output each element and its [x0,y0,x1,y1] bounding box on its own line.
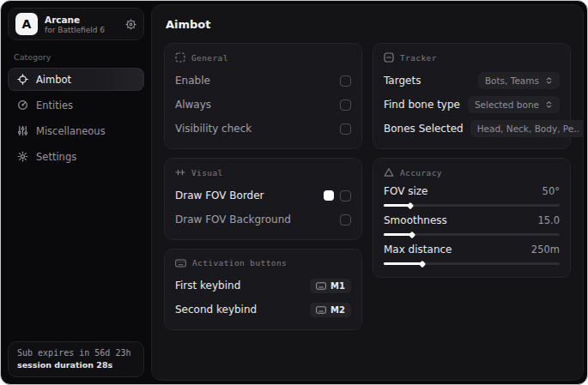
slider-fill [384,262,422,265]
app-header: A Arcane for Battlefield 6 [8,8,144,40]
slider-value: 250m [531,244,560,256]
accuracy-card: Accuracy FOV size 50° Smoothness [373,158,571,278]
sub-expires-text: Sub expires in 56d 23h [17,348,135,358]
dashed-square-icon [175,52,185,63]
category-label: Category [14,52,139,62]
activation-buttons-card: Activation buttons First keybind M1 [164,249,362,330]
card-title: Visual [191,168,223,177]
sidebar: A Arcane for Battlefield 6 Category [1,1,151,384]
setting-label: Draw FOV Border [175,189,264,202]
setting-row-max-distance: Max distance 250m [384,244,560,265]
app-window: A Arcane for Battlefield 6 Category [0,0,588,385]
sidebar-item-label: Entities [36,99,73,111]
setting-row-fov-size: FOV size 50° [384,185,560,207]
setting-row-draw-fov-border: Draw FOV Border [175,185,351,206]
setting-row-draw-fov-background: Draw FOV Background [175,209,351,230]
keyboard-icon [316,306,326,314]
slider-value: 50° [543,185,560,197]
dropdown-value: Head, Neck, Body, Pe.. [477,123,579,134]
sidebar-item-miscellaneous[interactable]: Miscellaneous [8,119,144,142]
main-panel: Aimbot General Enable [151,4,584,381]
smoothness-slider[interactable] [384,233,560,236]
first-keybind-button[interactable]: M1 [310,279,351,293]
general-card: General Enable Always Visibility check [164,43,362,149]
session-duration-text: session duration 28s [17,360,135,370]
minus-square-icon [384,52,394,63]
card-title: Activation buttons [192,258,287,268]
dropdown-value: Selected bone [475,99,539,110]
visual-card-header: Visual [175,167,351,177]
setting-label: FOV size [384,185,427,197]
gear-icon[interactable] [125,19,136,30]
accuracy-card-header: Accuracy [384,167,560,177]
keyboard-icon [316,282,326,290]
adjust-sliders-icon [175,167,185,177]
find-bone-type-dropdown[interactable]: Selected bone [468,96,560,113]
sliders-vertical-icon [17,125,28,136]
keyboard-icon [175,259,186,268]
app-subtitle: for Battlefield 6 [45,26,118,34]
setting-row-targets: Targets Bots, Teams [384,70,560,91]
draw-fov-background-checkbox[interactable] [340,214,351,226]
card-title: General [191,53,228,63]
setting-label: Max distance [384,244,452,256]
setting-row-second-keybind: Second keybind M2 [175,299,351,320]
second-keybind-button[interactable]: M2 [310,303,351,317]
slider-fill [384,204,410,207]
setting-label: Targets [384,75,421,87]
setting-label: Enable [175,75,210,87]
setting-label: Visibility check [175,123,252,135]
sidebar-item-aimbot[interactable]: Aimbot [8,68,144,91]
visibility-check-checkbox[interactable] [340,123,351,135]
setting-label: Smoothness [384,214,447,226]
sidebar-item-entities[interactable]: Entities [8,93,144,117]
app-name: Arcane [45,15,118,25]
card-title: Tracker [400,53,437,63]
setting-label: First keybind [175,280,240,292]
page-title: Aimbot [166,18,571,31]
chevrons-up-down-icon [545,100,553,109]
setting-row-always: Always [175,94,351,115]
right-column: Tracker Targets Bots, Teams [373,43,571,278]
card-title: Accuracy [400,168,442,177]
app-logo: A [15,13,38,35]
radar-icon [17,99,28,111]
sidebar-nav: Aimbot Entities [8,68,144,168]
enable-checkbox[interactable] [340,75,351,87]
always-checkbox[interactable] [340,99,351,111]
sidebar-item-label: Settings [36,151,76,163]
setting-row-enable: Enable [175,70,351,91]
keybind-value: M2 [330,305,345,315]
setting-label: Always [175,99,211,111]
app-meta: Arcane for Battlefield 6 [45,15,118,34]
gear-icon [17,151,28,162]
bones-selected-dropdown[interactable]: Head, Neck, Body, Pe.. [470,120,584,137]
setting-row-first-keybind: First keybind M1 [175,275,351,296]
keybind-value: M1 [330,281,345,291]
setting-row-find-bone-type: Find bone type Selected bone [384,94,560,115]
setting-label: Bones Selected [384,123,464,135]
draw-fov-border-checkbox[interactable] [340,190,351,202]
targets-dropdown[interactable]: Bots, Teams [478,72,560,89]
setting-row-visibility-check: Visibility check [175,118,351,139]
setting-label: Draw FOV Background [175,214,291,226]
subscription-info: Sub expires in 56d 23h session duration … [8,341,144,377]
max-distance-slider[interactable] [384,262,560,265]
setting-label: Second keybind [175,304,257,316]
slider-value: 15.0 [537,214,560,226]
tracker-card: Tracker Targets Bots, Teams [373,43,571,149]
visual-card: Visual Draw FOV Border Draw FOV Backgrou… [164,158,362,240]
setting-row-smoothness: Smoothness 15.0 [384,214,560,236]
crosshair-icon [17,74,28,85]
sidebar-item-settings[interactable]: Settings [8,145,144,168]
tracker-card-header: Tracker [384,52,560,63]
dropdown-value: Bots, Teams [485,75,539,86]
sidebar-item-label: Aimbot [36,74,71,86]
fov-border-color-swatch[interactable] [324,190,334,201]
setting-row-bones-selected: Bones Selected Head, Neck, Body, Pe.. [384,118,560,139]
sidebar-item-label: Miscellaneous [36,125,106,137]
fov-size-slider[interactable] [384,204,560,207]
activation-card-header: Activation buttons [175,258,351,268]
general-card-header: General [175,52,351,63]
setting-label: Find bone type [384,99,460,111]
